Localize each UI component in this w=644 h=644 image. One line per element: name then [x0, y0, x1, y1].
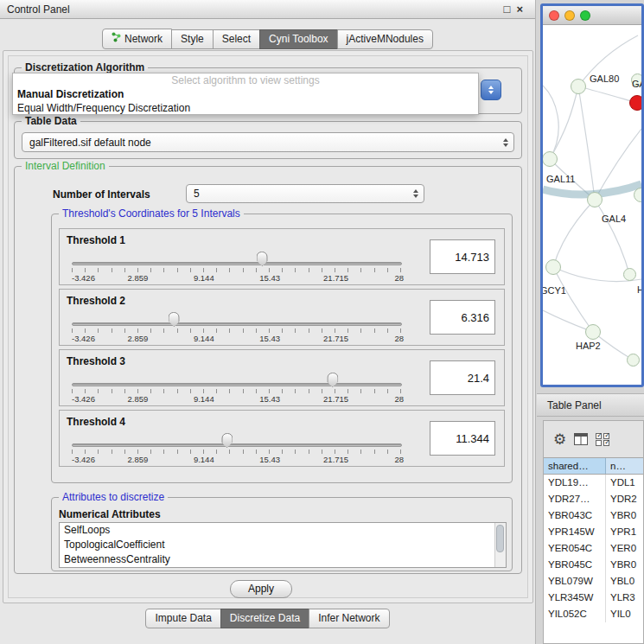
threshold-value-field[interactable]: 11.344 [430, 421, 495, 456]
table-cell[interactable]: YBR043C [544, 507, 606, 524]
gear-icon[interactable]: ⚙ [553, 432, 566, 447]
table-cell[interactable]: YDR27… [544, 491, 606, 507]
table-cell[interactable]: YLR345W [544, 590, 606, 606]
table-cell[interactable]: YPR145W [544, 524, 606, 540]
number-of-intervals-combo[interactable]: 5 [186, 184, 424, 203]
table-cell[interactable]: YBR045C [544, 557, 606, 573]
table-cell[interactable]: YDL19… [544, 475, 606, 491]
top-tab-label: jActiveMNodules [347, 33, 424, 45]
scale-label: -3.426 [72, 273, 95, 283]
slider-thumb[interactable] [327, 373, 338, 387]
network-node[interactable] [545, 259, 561, 275]
network-node[interactable] [585, 324, 601, 340]
threshold-label: Threshold 2 [67, 295, 125, 307]
table-cell[interactable]: YBR0 [606, 507, 643, 524]
threshold-slider[interactable]: -3.426 2.859 9.144 15.43 21.715 28 [68, 431, 405, 466]
network-node[interactable] [623, 268, 636, 281]
threshold-value-field[interactable]: 21.4 [430, 360, 495, 395]
table-row[interactable]: YBR043C YBR0 [544, 507, 643, 524]
top-tab[interactable]: Style [171, 29, 214, 49]
network-canvas[interactable]: GAL80 GA GAL11 GAL4 GCY1 H HAP2 [543, 25, 641, 385]
table-cell[interactable]: YIL0 [606, 606, 643, 622]
table-cell[interactable]: YDL1 [606, 475, 643, 491]
checkbox-icons[interactable] [596, 433, 609, 446]
top-tab[interactable]: jActiveMNodules [337, 29, 433, 49]
table-row[interactable]: YDL19… YDL1 [544, 475, 643, 491]
attribute-list-item[interactable]: BetweennessCentrality [60, 552, 506, 567]
network-node[interactable] [587, 192, 603, 207]
table-body: YDL19… YDL1 YDR27… YDR2 YBR043C YBR0 YPR… [544, 475, 643, 643]
top-tab[interactable]: Cyni Toolbox [259, 29, 337, 49]
algorithm-combo-button[interactable] [481, 80, 501, 100]
mac-minimize-button[interactable] [564, 10, 575, 21]
table-row[interactable]: YBR045C YBR0 [544, 557, 643, 573]
bottom-tab[interactable]: Discretize Data [220, 609, 309, 628]
minimize-icon[interactable]: □ [504, 3, 511, 15]
threshold-label: Threshold 4 [67, 416, 125, 428]
scrollbar-thumb[interactable] [496, 525, 504, 552]
dropdown-option[interactable]: Manual Discretization [13, 87, 478, 101]
column-header-name[interactable]: n… [606, 458, 643, 474]
top-tab[interactable]: Select [213, 29, 260, 49]
network-node-label: GAL80 [590, 73, 619, 84]
dropdown-option[interactable]: Equal Width/Frequency Discretization [13, 101, 478, 115]
scale-label: 21.715 [323, 273, 348, 283]
thresholds-group: Threshold's Coordinates for 5 Intervals … [51, 214, 513, 483]
table-cell[interactable]: YLR3 [606, 590, 643, 606]
attributes-group: Attributes to discretize Numerical Attri… [51, 497, 513, 571]
table-row[interactable]: YBL079W YBL0 [544, 573, 643, 590]
network-node-label: GAL11 [546, 174, 575, 184]
threshold-panel: Threshold 4 -3.426 2.859 9.144 [59, 410, 505, 467]
threshold-label: Threshold 3 [67, 355, 125, 367]
table-row[interactable]: YDR27… YDR2 [544, 491, 643, 507]
table-row[interactable]: YLR345W YLR3 [544, 590, 643, 606]
slider-ticks [72, 389, 402, 393]
algorithm-dropdown-list: Select algorithm to view settings Manual… [12, 73, 479, 115]
slider-thumb[interactable] [169, 312, 180, 327]
titlebar: Control Panel □ × [0, 0, 535, 19]
slider-scale-labels: -3.426 2.859 9.144 15.43 21.715 28 [72, 334, 402, 343]
table-data-group: Table Data galFiltered.sif default node [14, 121, 522, 159]
column-header-shared-name[interactable]: shared… [544, 458, 606, 474]
attributes-scrollbar[interactable] [494, 523, 506, 567]
table-cell[interactable]: YBL0 [606, 573, 643, 590]
network-node[interactable] [571, 79, 586, 94]
table-cell[interactable]: YDR2 [606, 491, 643, 507]
table-data-combo[interactable]: galFiltered.sif default node [22, 132, 514, 152]
table-row[interactable]: YPR145W YPR1 [544, 524, 643, 540]
table-columns-icon[interactable] [574, 433, 588, 445]
threshold-slider[interactable]: -3.426 2.859 9.144 15.43 21.715 28 [68, 310, 405, 345]
table-cell[interactable]: YBR0 [606, 557, 643, 573]
table-cell[interactable]: YIL052C [544, 606, 606, 622]
attribute-list-item[interactable]: TopologicalCoefficient [60, 538, 506, 552]
network-node-label: GAL4 [602, 214, 626, 224]
slider-ticks [72, 328, 402, 333]
network-node[interactable] [627, 354, 640, 367]
bottom-tab[interactable]: Infer Network [309, 609, 389, 628]
top-tab[interactable]: Network [102, 29, 172, 49]
threshold-slider[interactable]: -3.426 2.859 9.144 15.43 21.715 28 [68, 371, 405, 405]
threshold-value-field[interactable]: 14.713 [430, 239, 495, 274]
slider-scale-labels: -3.426 2.859 9.144 15.43 21.715 28 [72, 394, 402, 404]
threshold-value-field[interactable]: 6.316 [430, 300, 495, 335]
table-row[interactable]: YER054C YER0 [544, 540, 643, 557]
attribute-list-item[interactable]: SelfLoops [60, 523, 506, 538]
table-toolbar: ⚙ [544, 421, 643, 457]
bottom-tab[interactable]: Impute Data [145, 609, 220, 628]
close-icon[interactable]: × [516, 3, 523, 15]
mac-close-button[interactable] [549, 10, 559, 21]
table-cell[interactable]: YER0 [606, 540, 643, 557]
network-node[interactable] [629, 95, 641, 111]
table-cell[interactable]: YBL079W [544, 573, 606, 590]
threshold-slider[interactable]: -3.426 2.859 9.144 15.43 21.715 28 [68, 250, 405, 284]
apply-button[interactable]: Apply [230, 580, 292, 598]
scale-label: 9.144 [194, 394, 214, 404]
combo-arrows-icon [503, 138, 508, 147]
scale-label: 9.144 [194, 455, 214, 464]
table-cell[interactable]: YPR1 [606, 524, 643, 540]
mac-zoom-button[interactable] [580, 10, 590, 21]
slider-thumb[interactable] [221, 433, 233, 448]
table-row[interactable]: YIL052C YIL0 [544, 606, 643, 622]
table-cell[interactable]: YER054C [544, 540, 606, 557]
slider-thumb[interactable] [257, 252, 268, 266]
